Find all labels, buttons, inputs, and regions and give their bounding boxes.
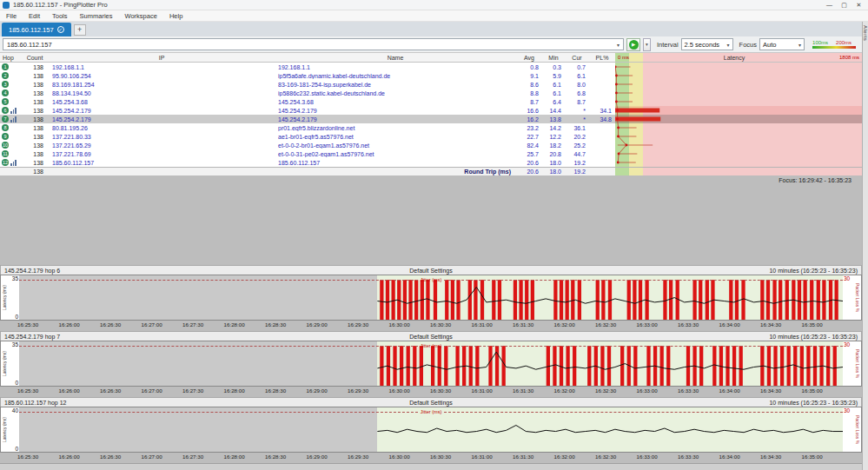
menu-item-tools[interactable]: Tools (46, 12, 74, 20)
tab-target[interactable]: 185.60.112.157 ✓ (2, 23, 71, 36)
time-tick-label: 16:31:30 (513, 321, 533, 328)
timeline-graph[interactable]: 145.254.2.179 hop 6 Default Settings 10 … (0, 265, 862, 328)
timeline-plot[interactable]: Jitter (ms) (19, 407, 843, 452)
interval-select[interactable]: 2.5 seconds ▾ (681, 38, 733, 50)
hop-number-badge: 7 (2, 116, 9, 122)
hop-name: pr01.eqfr5.blizzardonline.net (275, 125, 516, 131)
column-header-hop[interactable]: Hop (0, 55, 21, 61)
hop-table-body: 1138192.168.1.1192.168.1.10.80.30.721389… (0, 63, 862, 167)
tab-target-label: 185.60.112.157 (9, 26, 54, 34)
time-tick-label: 16:30:00 (389, 387, 410, 394)
timeline-graph[interactable]: 145.254.2.179 hop 7 Default Settings 10 … (0, 331, 862, 394)
column-header-pl[interactable]: PL% (589, 55, 615, 61)
hop-cur: 44.7 (565, 151, 589, 157)
graph-range-label[interactable]: 10 minutes (16:25:23 - 16:35:23) (573, 334, 858, 340)
graph-settings-label[interactable]: Default Settings (288, 268, 573, 274)
graph-settings-label[interactable]: Default Settings (288, 334, 573, 340)
hop-cur: 36.1 (565, 125, 589, 131)
time-axis: 16:25:3016:26:0016:26:3016:27:0016:27:30… (0, 387, 862, 394)
column-header-count[interactable]: Count (21, 55, 49, 61)
hop-cur: 8.0 (565, 82, 589, 88)
hop-ip: 137.221.65.29 (49, 142, 275, 149)
graph-range-label[interactable]: 10 minutes (16:25:23 - 16:35:23) (573, 268, 858, 274)
hop-row[interactable]: 1138192.168.1.1192.168.1.10.80.30.7 (0, 63, 862, 71)
graph-settings-label[interactable]: Default Settings (288, 400, 573, 406)
hop-ip: 145.254.2.179 (49, 116, 275, 122)
packet-loss-max-label: 30 (844, 407, 850, 414)
timeline-plot[interactable]: Jitter (ms) (19, 275, 843, 320)
chevron-down-icon: ▾ (798, 42, 801, 48)
time-tick-label: 16:29:00 (307, 387, 328, 394)
column-header-name[interactable]: Name (275, 55, 516, 61)
time-tick-label: 16:28:30 (265, 387, 286, 394)
hop-latency-graph-cell (615, 106, 862, 115)
hop-row[interactable]: 813880.81.195.26pr01.eqfr5.blizzardonlin… (0, 123, 862, 132)
start-trace-button[interactable]: ▶ (626, 38, 640, 51)
hop-latency-graph-cell (615, 158, 862, 167)
hop-ip: 83.169.181.254 (49, 82, 275, 88)
packet-loss-axis-scale: 30 (843, 275, 853, 320)
time-tick-label: 16:29:30 (348, 453, 368, 460)
hop-ip: 145.254.2.179 (49, 108, 275, 114)
hop-cur: 6.1 (565, 73, 589, 79)
menu-item-file[interactable]: File (0, 12, 23, 20)
hop-min: 6.1 (542, 90, 565, 96)
hop-latency-graph-cell (615, 149, 862, 158)
hop-avg: 25.7 (516, 151, 542, 157)
minimize-button[interactable]: — (823, 1, 836, 10)
hop-row[interactable]: 213895.90.106.254ip5f5a6afe.dynamic.kabe… (0, 71, 862, 80)
hop-row[interactable]: 7138145.254.2.179145.254.2.17916.213.8*3… (0, 115, 862, 123)
hop-row[interactable]: 12138185.60.112.157185.60.112.15720.618.… (0, 158, 862, 167)
graph-range-label[interactable]: 10 minutes (16:25:23 - 16:35:23) (573, 400, 858, 406)
new-tab-button[interactable]: + (74, 24, 86, 36)
time-tick-label: 16:34:00 (719, 387, 740, 394)
menu-item-help[interactable]: Help (163, 12, 189, 20)
jitter-axis-label: Jitter (ms) (421, 409, 441, 414)
column-header-ip[interactable]: IP (49, 55, 275, 61)
hop-row[interactable]: 11138137.221.78.69et-0-0-31-pe02-eqam1.a… (0, 149, 862, 158)
latency-max-label: 35 (12, 341, 18, 348)
hop-row[interactable]: 6138145.254.2.179145.254.2.17916.614.4*3… (0, 106, 862, 115)
hop-name: 145.254.2.179 (275, 116, 516, 122)
hop-name: ae1-br01-eqfr5.as57976.net (275, 134, 516, 140)
menu-item-edit[interactable]: Edit (23, 12, 46, 20)
target-address-combobox[interactable]: 185.60.112.157 ▾ (3, 38, 624, 50)
hop-row[interactable]: 5138145.254.3.68145.254.3.688.76.48.7 (0, 97, 862, 106)
timeline-plot[interactable]: Jitter (ms) (19, 341, 843, 386)
hop-count: 138 (21, 160, 49, 166)
jitter-dashed-line (444, 412, 843, 413)
hop-row[interactable]: 413888.134.194.50ip5886c232.static.kabel… (0, 89, 862, 97)
hop-row[interactable]: 10138137.221.65.29et-0-0-2-br01-eqam1.as… (0, 141, 862, 149)
timeline-graph-body: Latency (ms) 40 0 Jitter (ms) 30 Packet … (0, 407, 862, 453)
window-title: 185.60.112.157 - PingPlotter Pro (13, 1, 108, 9)
round-trip-min: 18.0 (542, 169, 565, 175)
latency-color-legend: 100ms 200ms (812, 40, 856, 49)
time-tick-label: 16:30:30 (430, 387, 451, 394)
hop-row[interactable]: 9138137.221.80.33ae1-br01-eqfr5.as57976.… (0, 132, 862, 141)
column-header-avg[interactable]: Avg (516, 55, 542, 61)
trace-options-dropdown[interactable]: ▾ (643, 38, 651, 51)
maximize-button[interactable]: ▢ (838, 1, 851, 10)
time-tick-label: 16:28:30 (265, 321, 286, 328)
hop-row[interactable]: 313883.169.181.25483-169-181-254-isp.sup… (0, 80, 862, 89)
time-tick-label: 16:31:30 (513, 453, 533, 460)
hop-name: et-0-0-2-br01-eqam1.as57976.net (275, 142, 516, 149)
menu-item-summaries[interactable]: Summaries (74, 12, 119, 20)
time-tick-label: 16:34:30 (760, 321, 781, 328)
hop-number-badge: 5 (2, 98, 9, 105)
time-tick-label: 16:32:00 (554, 321, 575, 328)
time-tick-label: 16:32:30 (595, 321, 616, 328)
time-tick-label: 16:27:30 (182, 453, 203, 460)
jitter-axis: Jitter (ms) (19, 343, 843, 348)
column-header-min[interactable]: Min (542, 55, 565, 61)
alerts-panel-tab[interactable]: Alerts (862, 22, 868, 470)
menu-item-workspace[interactable]: Workspace (118, 12, 162, 20)
column-header-cur[interactable]: Cur (565, 55, 589, 61)
focus-select[interactable]: Auto ▾ (759, 38, 805, 50)
tab-bar: 185.60.112.157 ✓ + (0, 22, 862, 36)
close-button[interactable]: ✕ (852, 1, 865, 10)
hop-name: 145.254.3.68 (275, 99, 516, 105)
timeline-graph[interactable]: 185.60.112.157 hop 12 Default Settings 1… (0, 397, 862, 460)
hop-avg: 16.6 (516, 108, 542, 114)
focus-label: Focus (739, 41, 757, 49)
